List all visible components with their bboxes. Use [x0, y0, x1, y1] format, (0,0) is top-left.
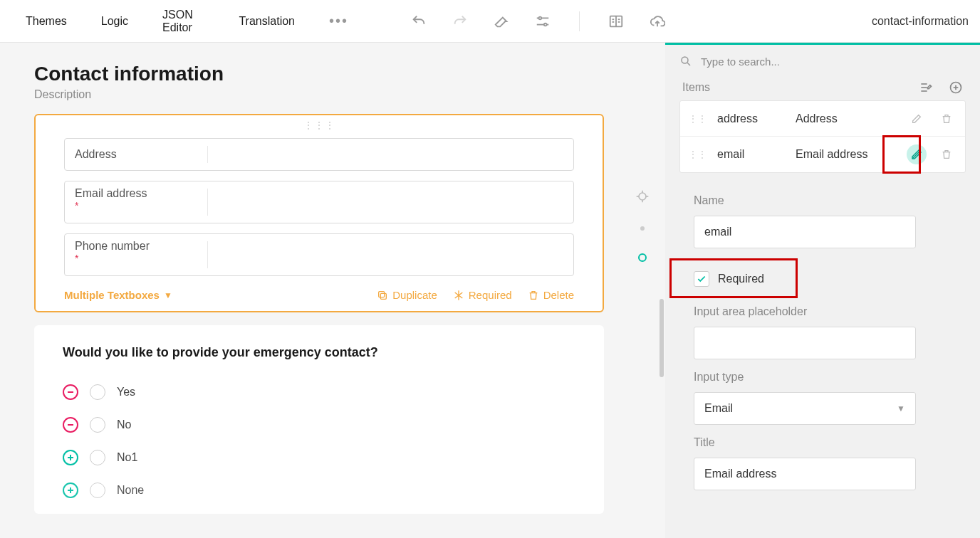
remove-option-icon[interactable] — [63, 417, 78, 433]
item-key: address — [717, 112, 786, 125]
settings-icon[interactable] — [535, 14, 551, 29]
property-panel: Type to search... Items ⋮⋮ address Addre… — [665, 43, 980, 538]
option-row: Yes — [63, 376, 575, 408]
field-label: Email address — [75, 187, 563, 200]
option-row: None — [63, 474, 575, 507]
question-type-label: Multiple Textboxes — [64, 289, 160, 301]
items-header-label: Items — [682, 81, 710, 94]
required-star-icon: * — [75, 200, 563, 211]
top-right: contact-information — [665, 0, 980, 42]
add-option-icon[interactable] — [63, 450, 78, 465]
eraser-icon[interactable] — [494, 14, 509, 29]
items-header: Items — [665, 75, 980, 100]
radio-input[interactable] — [90, 450, 105, 465]
chevron-down-icon: ▼ — [164, 290, 172, 300]
tab-themes[interactable]: Themes — [26, 15, 67, 28]
title-label: Title — [694, 436, 952, 449]
delete-button[interactable]: Delete — [528, 289, 574, 301]
locate-icon[interactable] — [635, 189, 650, 204]
option-label[interactable]: No1 — [117, 451, 137, 464]
highlight-box — [882, 135, 921, 174]
designer-canvas: Contact information Description ⋮⋮⋮ Addr… — [0, 43, 665, 538]
top-bar: Themes Logic JSON Editor Translation ••• — [0, 0, 980, 43]
required-star-icon: * — [75, 253, 563, 264]
delete-item-icon[interactable] — [937, 144, 956, 164]
batch-edit-icon[interactable] — [919, 80, 933, 95]
remove-option-icon[interactable] — [63, 384, 78, 400]
option-row: No1 — [63, 441, 575, 474]
option-row: No — [63, 408, 575, 441]
add-item-icon[interactable] — [949, 80, 963, 95]
drag-handle-icon[interactable]: ⋮⋮⋮ — [36, 115, 603, 135]
svg-line-26 — [687, 63, 690, 65]
field-label: Address — [75, 148, 563, 161]
more-icon[interactable]: ••• — [329, 13, 348, 29]
item-row-email[interactable]: ⋮⋮ email Email address — [680, 137, 965, 172]
item-form: Name Required Input area placeholder Inp… — [665, 173, 980, 497]
item-row-address[interactable]: ⋮⋮ address Address — [680, 101, 965, 137]
field-divider — [207, 189, 208, 216]
page-dot[interactable] — [640, 226, 645, 231]
radio-input[interactable] — [90, 384, 105, 400]
page-dot-active[interactable] — [638, 253, 647, 262]
required-button[interactable]: Required — [453, 289, 512, 301]
option-label[interactable]: None — [117, 484, 144, 497]
field-divider — [207, 241, 208, 268]
option-label[interactable]: Yes — [117, 386, 135, 399]
option-label[interactable]: No — [117, 418, 131, 431]
question-title[interactable]: Would you like to provide your emergency… — [63, 345, 575, 360]
asterisk-icon — [453, 290, 464, 301]
tab-logic[interactable]: Logic — [101, 15, 128, 28]
search-placeholder: Type to search... — [701, 56, 780, 68]
required-checkbox-row[interactable]: Required — [694, 264, 819, 294]
toolbar-icons — [411, 11, 665, 31]
survey-name[interactable]: contact-information — [872, 15, 969, 28]
tab-translation[interactable]: Translation — [239, 15, 295, 28]
chevron-down-icon: ▼ — [897, 404, 905, 413]
duplicate-button[interactable]: Duplicate — [377, 289, 437, 301]
drag-handle-icon[interactable]: ⋮⋮ — [689, 149, 707, 159]
item-title: Address — [796, 112, 838, 125]
svg-point-0 — [539, 16, 542, 19]
question-footer: Multiple Textboxes ▼ Duplicate Required … — [36, 286, 603, 301]
upload-icon[interactable] — [650, 14, 665, 29]
radio-input[interactable] — [90, 417, 105, 433]
delete-item-icon[interactable] — [937, 109, 956, 129]
field-email[interactable]: Email address * — [64, 181, 574, 223]
question-type-selector[interactable]: Multiple Textboxes ▼ — [64, 289, 172, 301]
name-label: Name — [694, 194, 952, 207]
drag-handle-icon[interactable]: ⋮⋮ — [689, 114, 707, 124]
tab-json-editor[interactable]: JSON Editor — [162, 9, 204, 34]
top-left: Themes Logic JSON Editor Translation ••• — [0, 9, 665, 34]
redo-icon[interactable] — [452, 14, 468, 29]
placeholder-input[interactable] — [694, 327, 916, 359]
svg-point-25 — [682, 57, 688, 63]
radio-input[interactable] — [90, 482, 105, 498]
trash-icon — [528, 290, 539, 301]
field-label: Phone number — [75, 240, 563, 253]
name-input[interactable] — [694, 216, 916, 248]
item-title: Email address — [796, 148, 867, 161]
edit-item-icon[interactable] — [907, 109, 927, 129]
placeholder-label: Input area placeholder — [694, 305, 952, 318]
undo-icon[interactable] — [411, 14, 427, 29]
input-type-value: Email — [704, 402, 733, 415]
field-address[interactable]: Address — [64, 138, 574, 171]
input-type-label: Input type — [694, 371, 952, 384]
title-input[interactable] — [694, 458, 916, 490]
scrollbar[interactable] — [660, 299, 664, 377]
question-multiple-textboxes[interactable]: ⋮⋮⋮ Address Email address * Phone number… — [34, 114, 604, 312]
page-title[interactable]: Contact information — [34, 63, 640, 85]
svg-point-20 — [639, 193, 646, 200]
add-option-icon[interactable] — [63, 482, 78, 498]
input-type-select[interactable]: Email ▼ — [694, 392, 916, 425]
preview-icon[interactable] — [608, 14, 624, 29]
duplicate-icon — [377, 290, 388, 301]
search-icon — [679, 55, 692, 68]
page-description[interactable]: Description — [34, 88, 640, 101]
question-radio[interactable]: Would you like to provide your emergency… — [34, 325, 604, 514]
svg-point-3 — [544, 23, 547, 26]
panel-search[interactable]: Type to search... — [665, 45, 980, 75]
field-divider — [207, 146, 208, 163]
field-phone[interactable]: Phone number * — [64, 233, 574, 276]
